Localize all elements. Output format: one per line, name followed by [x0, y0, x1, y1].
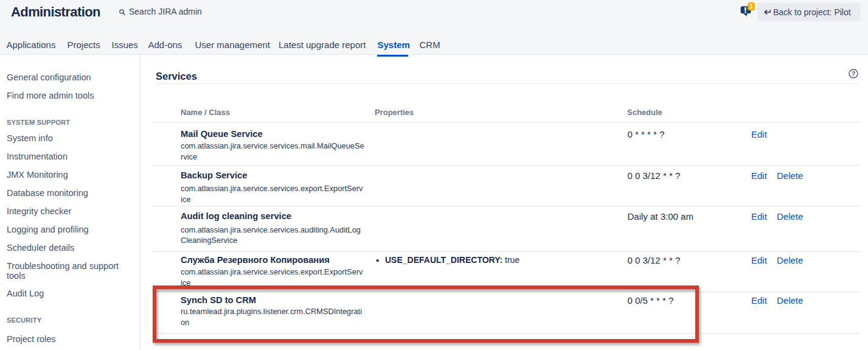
- svg-text:?: ?: [852, 71, 855, 77]
